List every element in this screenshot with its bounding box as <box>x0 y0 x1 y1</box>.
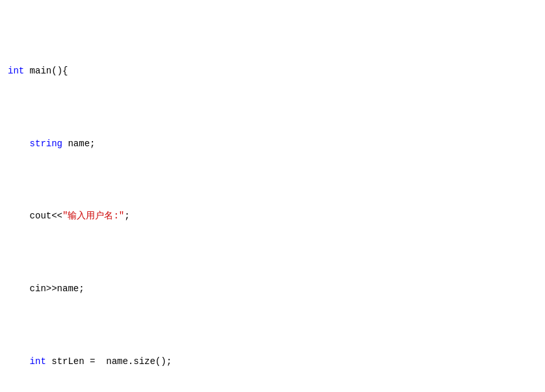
code-line-3: cout<<"输入用户名:"; <box>8 209 537 223</box>
code-line-2: string name; <box>8 137 537 151</box>
code-block: int main(){ string name; cout<<"输入用户名:";… <box>8 5 537 392</box>
code-line-5: int strLen = name.size(); <box>8 354 537 369</box>
code-container: int main(){ string name; cout<<"输入用户名:";… <box>0 0 545 392</box>
code-line-4: cin>>name; <box>8 281 537 296</box>
code-line-1: int main(){ <box>8 64 537 78</box>
